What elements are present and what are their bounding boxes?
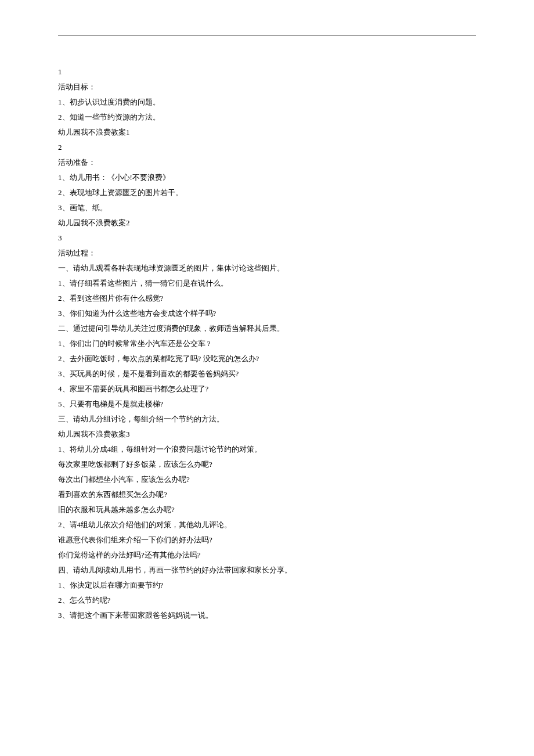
text-line: 旧的衣服和玩具越来越多怎么办呢? — [58, 502, 476, 517]
text-line: 二、通过提问引导幼儿关注过度消费的现象，教师适当解释其后果。 — [58, 321, 476, 336]
document-content: 1 活动目标： 1、初步认识过度消费的问题。 2、知道一些节约资源的方法。 幼儿… — [58, 64, 476, 623]
text-line: 谁愿意代表你们组来介绍一下你们的好办法吗? — [58, 532, 476, 548]
text-line: 你们觉得这样的办法好吗?还有其他办法吗? — [58, 548, 476, 563]
text-line: 1、幼儿用书：《小心!不要浪费》 — [58, 170, 476, 185]
text-line: 1、初步认识过度消费的问题。 — [58, 95, 476, 110]
text-line: 每次家里吃饭都剩了好多饭菜，应该怎么办呢? — [58, 457, 476, 472]
text-line: 1、你决定以后在哪方面要节约? — [58, 578, 476, 593]
text-line: 2、去外面吃饭时，每次点的菜都吃完了吗? 没吃完的怎么办? — [58, 351, 476, 366]
text-line: 2、知道一些节约资源的方法。 — [58, 110, 476, 125]
text-line: 2 — [58, 140, 476, 155]
text-line: 活动目标： — [58, 80, 476, 95]
text-line: 幼儿园我不浪费教案2 — [58, 215, 476, 231]
text-line: 3 — [58, 231, 476, 246]
text-line: 5、只要有电梯是不是就走楼梯? — [58, 397, 476, 412]
text-line: 幼儿园我不浪费教案3 — [58, 427, 476, 442]
page-top-border — [58, 35, 476, 35]
text-line: 3、画笔、纸。 — [58, 200, 476, 215]
text-line: 2、怎么节约呢? — [58, 593, 476, 608]
text-line: 2、请4组幼儿依次介绍他们的对策，其他幼儿评论。 — [58, 517, 476, 532]
text-line: 活动过程： — [58, 246, 476, 261]
text-line: 1、你们出门的时候常常坐小汽车还是公交车 ? — [58, 336, 476, 351]
text-line: 看到喜欢的东西都想买怎么办呢? — [58, 487, 476, 502]
text-line: 活动准备： — [58, 155, 476, 170]
text-line: 1、请仔细看看这些图片，猜一猜它们是在说什么。 — [58, 276, 476, 291]
text-line: 三、请幼儿分组讨论，每组介绍一个节约的方法。 — [58, 412, 476, 427]
text-line: 2、看到这些图片你有什么感觉? — [58, 291, 476, 306]
text-line: 一、请幼儿观看各种表现地球资源匮乏的图片，集体讨论这些图片。 — [58, 261, 476, 276]
text-line: 1 — [58, 64, 476, 80]
text-line: 3、你们知道为什么这些地方会变成这个样子吗? — [58, 306, 476, 321]
text-line: 四、请幼儿阅读幼儿用书，再画一张节约的好办法带回家和家长分享。 — [58, 563, 476, 578]
text-line: 4、家里不需要的玩具和图画书都怎么处理了? — [58, 381, 476, 397]
text-line: 1、将幼儿分成4组，每组针对一个浪费问题讨论节约的对策。 — [58, 442, 476, 457]
text-line: 2、表现地球上资源匮乏的图片若干。 — [58, 185, 476, 200]
text-line: 3、请把这个画下来带回家跟爸爸妈妈说一说。 — [58, 608, 476, 623]
text-line: 每次出门都想坐小汽车，应该怎么办呢? — [58, 472, 476, 487]
text-line: 幼儿园我不浪费教案1 — [58, 125, 476, 140]
text-line: 3、买玩具的时候，是不是看到喜欢的都要爸爸妈妈买? — [58, 366, 476, 381]
